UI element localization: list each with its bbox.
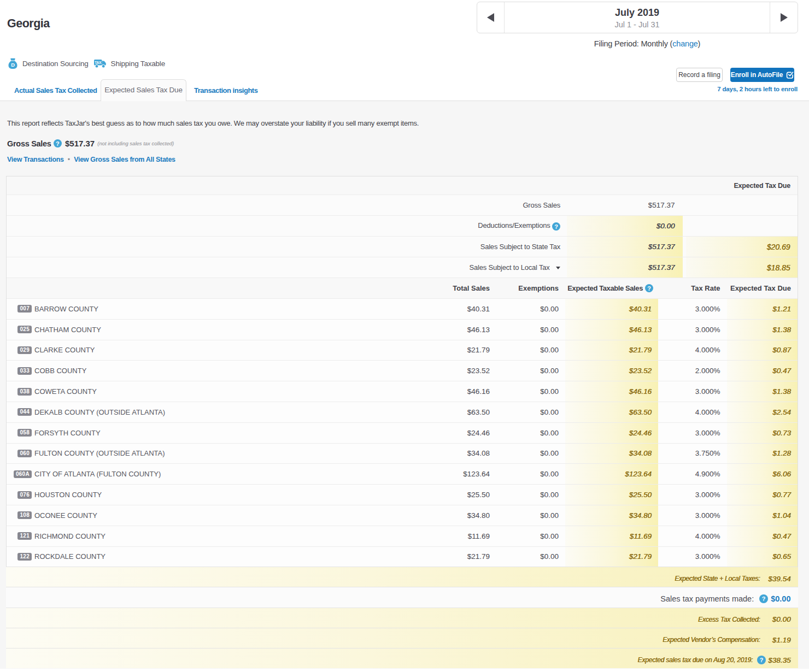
svg-text:D: D	[11, 62, 15, 68]
svg-text:TAX: TAX	[95, 61, 102, 64]
